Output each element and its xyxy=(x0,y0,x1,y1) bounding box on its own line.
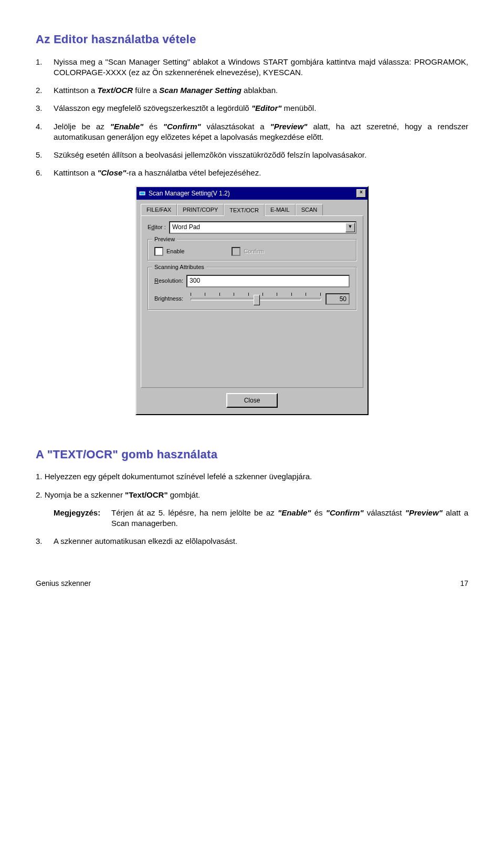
t: választásokat a xyxy=(201,122,270,131)
t: fülre a xyxy=(133,86,159,95)
tabs: FILE/FAX PRINT/COPY TEXT/OCR E-MAIL SCAN xyxy=(136,200,368,215)
step-number: 5. xyxy=(36,150,54,160)
button-row: Close xyxy=(136,393,368,414)
window-title: Scan Manager Setting(V 1.2) xyxy=(149,189,356,198)
brightness-label: Brightness: xyxy=(154,295,183,303)
emph: Text/OCR xyxy=(97,86,133,95)
ordered-steps-2: 1. Helyezzen egy gépelt dokumentumot szí… xyxy=(36,471,468,547)
brightness-value: 50 xyxy=(326,293,350,305)
step-text: 2. Nyomja be a szkenner "Text/OCR" gombj… xyxy=(36,490,468,500)
t: ablakban. xyxy=(242,86,278,95)
step-text: Kattintson a "Close"-ra a használatba vé… xyxy=(54,168,468,178)
t: Térjen át az 5. lépésre, ha nem jelölte … xyxy=(111,508,278,517)
svg-rect-1 xyxy=(140,192,144,194)
emph: "Preview" xyxy=(405,508,443,517)
checkbox-box[interactable] xyxy=(154,247,163,256)
step-3: 3. Válasszon egy megfelelõ szövegszerkes… xyxy=(36,103,468,114)
note: Megjegyzés: Térjen át az 5. lépésre, ha … xyxy=(54,508,468,529)
tab-file-fax[interactable]: FILE/FAX xyxy=(141,204,177,215)
t: menübõl. xyxy=(281,104,316,112)
chevron-down-icon[interactable]: ▼ xyxy=(345,223,355,232)
step-4: 4. Jelölje be az "Enable" és "Confirm" v… xyxy=(36,121,468,143)
step-text: A szkenner automatikusan elkezdi az elõl… xyxy=(54,536,468,547)
step-3: 3. A szkenner automatikusan elkezdi az e… xyxy=(36,536,468,547)
step-2: 2. Kattintson a Text/OCR fülre a Scan Ma… xyxy=(36,85,468,96)
section-heading-1: Az Editor használatba vétele xyxy=(36,32,468,47)
close-icon[interactable]: × xyxy=(356,189,366,198)
tab-text-ocr[interactable]: TEXT/OCR xyxy=(224,204,265,216)
t: választást xyxy=(364,508,405,517)
step-text: Válasszon egy megfelelõ szövegszerkesztõ… xyxy=(54,103,468,114)
section-heading-2: A "TEXT/OCR" gomb használata xyxy=(36,447,468,462)
brightness-row: Brightness: xyxy=(154,293,350,305)
checkbox-label: Enable xyxy=(166,248,184,255)
close-button[interactable]: Close xyxy=(226,393,278,408)
emph: "Confirm" xyxy=(163,122,201,131)
app-icon xyxy=(138,189,146,198)
section-2: A "TEXT/OCR" gomb használata 1. Helyezze… xyxy=(36,447,468,547)
step-text: Kattintson a Text/OCR fülre a Scan Manag… xyxy=(54,85,468,96)
t: Jelölje be az xyxy=(54,122,110,131)
checkbox-box xyxy=(232,247,240,256)
step-number: 3. xyxy=(36,536,54,547)
t: Kattintson a xyxy=(54,86,97,95)
preview-group: Preview Enable Confirm xyxy=(148,239,356,261)
note-text: Térjen át az 5. lépésre, ha nem jelölte … xyxy=(111,508,468,529)
editor-label: Editor : xyxy=(148,223,166,231)
ordered-steps-1: 1. Nyissa meg a "Scan Manager Setting" a… xyxy=(36,57,468,179)
resolution-label: Resolution: xyxy=(154,277,183,285)
emph: "Text/OCR" xyxy=(125,490,167,499)
page-footer: Genius szkenner 17 xyxy=(36,579,468,589)
footer-page-number: 17 xyxy=(460,579,468,589)
step-text: Szükség esetén állítson a beolvasási jel… xyxy=(54,150,468,160)
step-text: Nyissa meg a "Scan Manager Setting" abla… xyxy=(54,57,468,78)
t: és xyxy=(311,508,326,517)
t: Válasszon egy megfelelõ szövegszerkesztõ… xyxy=(54,104,251,112)
group-title: Preview xyxy=(152,235,177,243)
slider-thumb[interactable] xyxy=(254,295,260,305)
emph: "Enable" xyxy=(278,508,311,517)
checkbox-label: Confirm xyxy=(244,248,264,255)
t: gombját. xyxy=(168,490,201,499)
emph: "Editor" xyxy=(251,104,282,112)
step-number: 1. xyxy=(36,57,54,78)
resolution-input[interactable]: 300 xyxy=(186,275,350,287)
t: és xyxy=(143,122,163,131)
step-5: 5. Szükség esetén állítson a beolvasási … xyxy=(36,150,468,160)
tab-email[interactable]: E-MAIL xyxy=(265,204,296,215)
editor-value: Word Pad xyxy=(170,223,345,231)
emph: "Close" xyxy=(97,168,126,177)
resolution-row: Resolution: 300 xyxy=(154,275,350,287)
t: Kattintson a xyxy=(54,168,97,177)
editor-row: Editor : Word Pad ▼ xyxy=(148,221,356,234)
t: 2. Nyomja be a szkenner xyxy=(36,490,125,499)
brightness-slider[interactable] xyxy=(191,293,321,305)
emph: "Confirm" xyxy=(326,508,364,517)
scanning-attributes-group: Scanning Attributes Resolution: 300 Brig… xyxy=(148,267,356,310)
step-text: Jelölje be az "Enable" és "Confirm" vála… xyxy=(54,121,468,143)
step-number: 4. xyxy=(36,121,54,143)
titlebar: Scan Manager Setting(V 1.2) × xyxy=(136,187,368,200)
emph: Scan Manager Setting xyxy=(159,86,242,95)
t: -ra a használatba vétel befejezéséhez. xyxy=(126,168,261,177)
scan-manager-dialog: Scan Manager Setting(V 1.2) × FILE/FAX P… xyxy=(135,186,369,415)
step-1: 1. Helyezzen egy gépelt dokumentumot szí… xyxy=(36,471,468,482)
step-1: 1. Nyissa meg a "Scan Manager Setting" a… xyxy=(36,57,468,78)
tab-print-copy[interactable]: PRINT/COPY xyxy=(177,204,224,215)
footer-left: Genius szkenner xyxy=(36,579,91,589)
step-6: 6. Kattintson a "Close"-ra a használatba… xyxy=(36,168,468,178)
enable-checkbox[interactable]: Enable xyxy=(154,247,184,256)
editor-combobox[interactable]: Word Pad ▼ xyxy=(169,221,356,234)
tab-panel: Editor : Word Pad ▼ Preview Enable Confi… xyxy=(141,215,363,388)
note-label: Megjegyzés: xyxy=(54,508,111,529)
step-number: 3. xyxy=(36,103,54,114)
emph: "Preview" xyxy=(270,122,308,131)
tab-scan[interactable]: SCAN xyxy=(296,204,323,215)
emph: "Enable" xyxy=(110,122,143,131)
step-2: 2. Nyomja be a szkenner "Text/OCR" gombj… xyxy=(36,490,468,500)
confirm-checkbox: Confirm xyxy=(232,247,264,256)
step-text: 1. Helyezzen egy gépelt dokumentumot szí… xyxy=(36,471,468,482)
step-number: 2. xyxy=(36,85,54,96)
step-number: 6. xyxy=(36,168,54,178)
group-title: Scanning Attributes xyxy=(152,263,206,271)
